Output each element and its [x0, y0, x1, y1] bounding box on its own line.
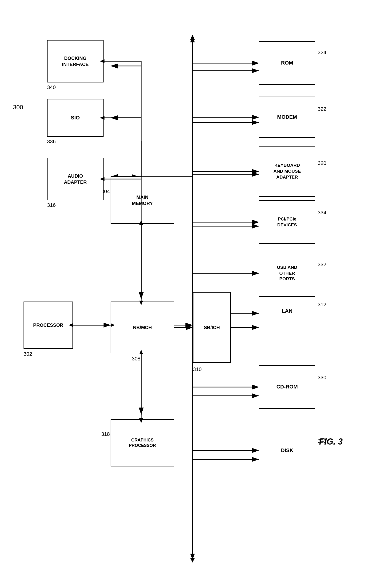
svg-marker-30	[190, 35, 195, 40]
pci-devices-box: PCI/PCIeDEVICES	[259, 200, 315, 244]
sio-ref: 336	[47, 139, 56, 145]
arrows-svg	[0, 0, 385, 588]
sio-box: SIO	[47, 99, 104, 137]
diagram-container: PROCESSOR 302 NB/MCH 308 MAINMEMORY 304 …	[0, 0, 385, 588]
keyboard-mouse-box: KEYBOARDAND MOUSEADAPTER	[259, 146, 315, 197]
svg-marker-31	[190, 558, 195, 563]
svg-marker-8	[190, 554, 195, 560]
svg-marker-7	[190, 37, 195, 42]
diagram-label: 300	[13, 104, 23, 111]
usb-ports-ref: 332	[318, 261, 327, 268]
keyboard-mouse-ref: 320	[318, 160, 327, 166]
figure-label: FIG. 3	[319, 437, 343, 447]
audio-adapter-ref: 316	[47, 202, 56, 208]
audio-adapter-box: AUDIOADAPTER	[47, 158, 104, 200]
usb-ports-box: USB ANDOTHERPORTS	[259, 250, 315, 297]
rom-box: ROM	[259, 41, 315, 85]
graphics-processor-ref: 318	[101, 431, 110, 437]
nb-mch-box: NB/MCH	[111, 302, 174, 353]
disk-box: DISK	[259, 429, 315, 472]
processor-box: PROCESSOR	[23, 302, 73, 349]
docking-interface-box: DOCKINGINTERFACE	[47, 40, 104, 83]
graphics-processor-box: GRAPHICSPROCESSOR	[111, 419, 174, 466]
docking-interface-ref: 340	[47, 84, 56, 90]
diagram-svg	[0, 0, 385, 588]
lan-ref: 312	[318, 302, 327, 308]
modem-box: MODEM	[259, 97, 315, 138]
processor-ref: 302	[23, 351, 32, 357]
nb-mch-ref: 308	[132, 356, 140, 362]
rom-ref: 324	[318, 49, 327, 56]
cd-rom-ref: 330	[318, 375, 327, 381]
sb-ich-box: SB/ICH	[193, 292, 231, 363]
pci-devices-ref: 334	[318, 210, 327, 216]
cd-rom-box: CD-ROM	[259, 365, 315, 409]
sb-ich-ref: 310	[193, 366, 202, 373]
modem-ref: 322	[318, 106, 327, 112]
main-memory-box: MAINMEMORY	[111, 177, 174, 224]
